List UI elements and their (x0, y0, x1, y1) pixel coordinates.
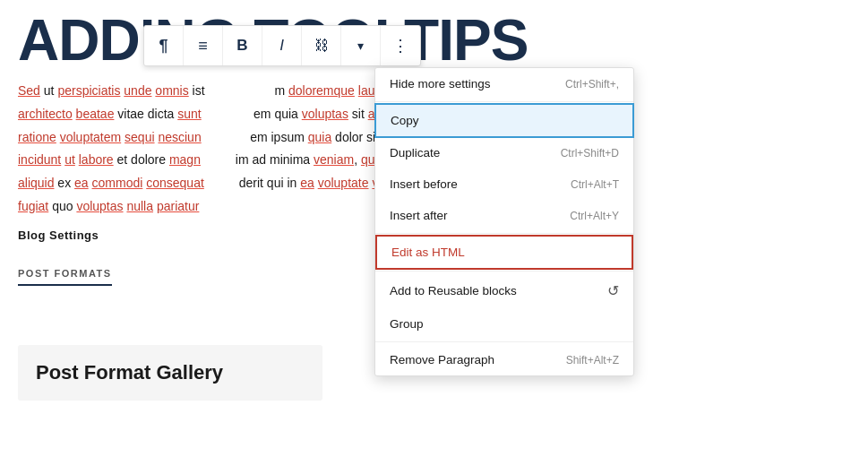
menu-label-insert-after: Insert after (390, 209, 448, 222)
editor-toolbar: ¶ ≡ B I ⛓ ▾ ⋮ (143, 25, 421, 66)
menu-shortcut-duplicate: Ctrl+Shift+D (561, 147, 619, 160)
bold-button[interactable]: B (223, 26, 262, 65)
menu-label-edit-as-html: Edit as HTML (391, 246, 465, 259)
align-button[interactable]: ≡ (184, 26, 223, 65)
post-format-card-title: Post Format Gallery (36, 361, 305, 384)
reuse-icon: ↺ (607, 282, 619, 299)
menu-separator-4 (375, 341, 633, 342)
menu-item-insert-after[interactable]: Insert after Ctrl+Alt+Y (375, 200, 633, 231)
menu-label-duplicate: Duplicate (390, 146, 440, 160)
menu-label-remove-paragraph: Remove Paragraph (390, 353, 494, 366)
menu-item-duplicate[interactable]: Duplicate Ctrl+Shift+D (375, 137, 633, 168)
menu-item-add-reusable[interactable]: Add to Reusable blocks ↺ (375, 273, 633, 308)
post-format-card: Post Format Gallery (18, 345, 322, 401)
page-title: ADDING TOOLTIPS (0, 0, 868, 77)
menu-shortcut-remove-paragraph: Shift+Alt+Z (566, 354, 619, 366)
menu-item-copy[interactable]: Copy (374, 103, 634, 138)
menu-shortcut-insert-before: Ctrl+Alt+T (571, 178, 619, 191)
menu-item-hide-more-settings[interactable]: Hide more settings Ctrl+Shift+, (375, 68, 633, 99)
menu-item-group[interactable]: Group (375, 308, 633, 340)
menu-item-remove-paragraph[interactable]: Remove Paragraph Shift+Alt+Z (375, 344, 633, 375)
menu-label-insert-before: Insert before (390, 177, 458, 191)
paragraph-button[interactable]: ¶ (144, 26, 184, 65)
menu-separator-3 (375, 271, 633, 272)
menu-shortcut-hide-more-settings: Ctrl+Shift+, (565, 78, 619, 91)
more-options-button[interactable]: ⋮ (381, 26, 420, 65)
italic-button[interactable]: I (262, 26, 302, 65)
menu-item-edit-as-html[interactable]: Edit as HTML (375, 235, 633, 270)
post-formats-label: POST FORMATS (18, 268, 112, 286)
menu-label-add-reusable: Add to Reusable blocks (390, 284, 517, 297)
context-menu: Hide more settings Ctrl+Shift+, Copy Dup… (374, 67, 634, 376)
menu-separator-1 (375, 101, 633, 102)
menu-shortcut-insert-after: Ctrl+Alt+Y (570, 210, 619, 222)
menu-separator-2 (375, 233, 633, 234)
menu-label-group: Group (390, 317, 424, 331)
link-button[interactable]: ⛓ (302, 26, 341, 65)
menu-item-insert-before[interactable]: Insert before Ctrl+Alt+T (375, 168, 633, 200)
menu-label-copy: Copy (391, 114, 419, 127)
blog-settings-label: Blog Settings (18, 228, 99, 242)
post-formats-section: POST FORMATS (18, 264, 215, 286)
menu-label-hide-more-settings: Hide more settings (390, 77, 491, 91)
chevron-down-button[interactable]: ▾ (341, 26, 381, 65)
